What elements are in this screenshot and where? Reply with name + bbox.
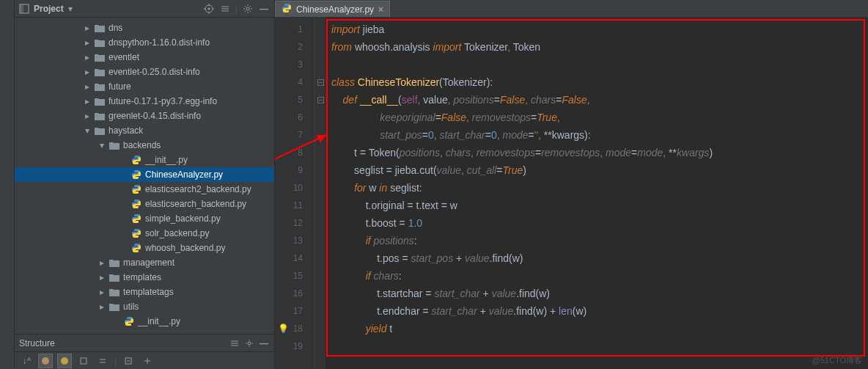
line-gutter[interactable]: 123456789101112131415161718💡19 (275, 18, 315, 369)
code-line[interactable]: if positions: (331, 232, 862, 249)
tree-item[interactable]: ▸templates (15, 270, 274, 285)
line-number[interactable]: 3 (275, 56, 315, 73)
expand-icon[interactable] (120, 244, 128, 252)
expand-icon[interactable]: ▾ (98, 142, 106, 149)
expand-icon[interactable] (120, 186, 128, 193)
tree-item[interactable]: ▾haystack (15, 123, 274, 138)
tree-item[interactable]: elasticsearch2_backend.py (15, 182, 274, 197)
gear-icon[interactable] (242, 3, 254, 15)
hide-icon[interactable]: — (258, 337, 270, 349)
code-line[interactable]: yield t (331, 320, 862, 337)
expand-icon[interactable]: ▸ (84, 24, 91, 32)
line-number[interactable]: 18💡 (275, 320, 315, 337)
line-number[interactable]: 19 (275, 337, 315, 355)
code-line[interactable]: t.pos = start_pos + value.find(w) (331, 249, 862, 267)
tree-item[interactable]: ▸future (15, 79, 274, 94)
filter-5-icon[interactable] (121, 354, 136, 368)
expand-icon[interactable] (120, 156, 128, 164)
code-editor[interactable]: import jiebafrom whoosh.analysis import … (326, 18, 868, 369)
expand-icon[interactable]: ▸ (84, 112, 91, 120)
expand-icon[interactable]: ▸ (84, 68, 91, 76)
tree-item[interactable]: whoosh_backend.py (15, 241, 274, 255)
expand-icon[interactable] (120, 230, 128, 237)
expand-icon[interactable] (120, 200, 128, 208)
editor-tab[interactable]: ChineseAnalyzer.py × (275, 1, 390, 17)
expand-icon[interactable]: ▸ (84, 39, 91, 46)
line-number[interactable]: 10 (275, 179, 315, 197)
gear-icon[interactable] (243, 337, 255, 349)
project-tree[interactable]: ▸dns▸dnspython-1.16.0.dist-info▸eventlet… (15, 18, 274, 334)
line-number[interactable]: 17 (275, 302, 315, 320)
line-number[interactable]: 11 (275, 197, 315, 214)
code-line[interactable]: t.original = t.text = w (331, 197, 862, 214)
code-line[interactable]: start_pos=0, start_char=0, mode='', **kw… (331, 126, 862, 144)
code-line[interactable] (331, 337, 862, 355)
intention-bulb-icon[interactable]: 💡 (278, 324, 289, 334)
line-number[interactable]: 16 (275, 285, 315, 302)
code-line[interactable] (331, 56, 862, 73)
filter-1-icon[interactable] (38, 354, 53, 368)
tree-item[interactable]: ▸dnspython-1.16.0.dist-info (15, 35, 274, 50)
filter-6-icon[interactable] (140, 354, 155, 368)
tree-item[interactable]: ▸utils (15, 299, 274, 314)
line-number[interactable]: 6 (275, 109, 315, 126)
line-number[interactable]: 5 (275, 91, 315, 109)
collapse-icon[interactable] (229, 337, 240, 349)
expand-icon[interactable]: ▸ (98, 274, 106, 281)
fold-toggle[interactable] (315, 73, 326, 91)
code-line[interactable]: keeporiginal=False, removestops=True, (331, 109, 862, 126)
expand-icon[interactable]: ▸ (84, 83, 91, 90)
hide-icon[interactable]: — (258, 3, 270, 15)
expand-icon[interactable]: ▸ (98, 259, 106, 266)
tree-item[interactable]: ▸greenlet-0.4.15.dist-info (15, 109, 274, 123)
line-number[interactable]: 7 (275, 126, 315, 144)
tree-item[interactable]: ▸eventlet-0.25.0.dist-info (15, 65, 274, 79)
tree-item[interactable]: ▸dns (15, 21, 274, 35)
line-number[interactable]: 14 (275, 249, 315, 267)
line-number[interactable]: 13 (275, 232, 315, 249)
filter-3-icon[interactable] (76, 354, 91, 368)
expand-icon[interactable]: ▸ (98, 303, 106, 310)
tree-item[interactable]: ▸eventlet (15, 50, 274, 65)
tree-item[interactable]: ▸future-0.17.1-py3.7.egg-info (15, 94, 274, 109)
sort-alpha-icon[interactable]: ↓ᴬ (19, 354, 34, 368)
expand-icon[interactable] (120, 171, 128, 178)
line-number[interactable]: 9 (275, 161, 315, 179)
code-line[interactable]: def __call__(self, value, positions=Fals… (331, 91, 862, 109)
expand-icon[interactable]: ▸ (98, 288, 106, 296)
code-line[interactable]: class ChineseTokenizer(Tokenizer): (331, 73, 862, 91)
line-number[interactable]: 15 (275, 267, 315, 285)
code-line[interactable]: seglist = jieba.cut(value, cut_all=True) (331, 161, 862, 179)
tree-item[interactable]: ▾backends (15, 138, 274, 153)
tree-item[interactable]: ▸management (15, 255, 274, 270)
expand-icon[interactable] (113, 318, 120, 325)
close-icon[interactable]: × (378, 4, 383, 15)
filter-4-icon[interactable] (95, 354, 110, 368)
code-line[interactable]: t.endchar = start_char + value.find(w) +… (331, 302, 862, 320)
dropdown-arrow-icon[interactable]: ▾ (68, 4, 73, 14)
tree-item[interactable]: simple_backend.py (15, 211, 274, 226)
code-line[interactable]: from whoosh.analysis import Tokenizer, T… (331, 38, 862, 56)
fold-column[interactable] (315, 18, 326, 369)
code-line[interactable]: if chars: (331, 267, 862, 285)
fold-toggle[interactable] (315, 91, 326, 109)
line-number[interactable]: 8 (275, 144, 315, 161)
tree-item[interactable]: solr_backend.py (15, 226, 274, 241)
collapse-all-icon[interactable] (219, 3, 231, 15)
locate-icon[interactable] (203, 3, 215, 15)
tree-item[interactable]: __init__.py (15, 153, 274, 167)
expand-icon[interactable]: ▸ (84, 54, 91, 61)
code-line[interactable]: t = Token(positions, chars, removestops=… (331, 144, 862, 161)
expand-icon[interactable] (120, 215, 128, 222)
tree-item[interactable]: ChineseAnalyzer.py (15, 167, 274, 182)
expand-icon[interactable]: ▾ (84, 127, 91, 134)
expand-icon[interactable]: ▸ (84, 98, 91, 105)
line-number[interactable]: 4 (275, 73, 315, 91)
code-line[interactable]: t.startchar = start_char + value.find(w) (331, 285, 862, 302)
code-line[interactable]: for w in seglist: (331, 179, 862, 197)
line-number[interactable]: 1 (275, 21, 315, 38)
code-line[interactable]: import jieba (331, 21, 862, 38)
line-number[interactable]: 12 (275, 214, 315, 232)
line-number[interactable]: 2 (275, 38, 315, 56)
tree-item[interactable]: elasticsearch_backend.py (15, 197, 274, 211)
